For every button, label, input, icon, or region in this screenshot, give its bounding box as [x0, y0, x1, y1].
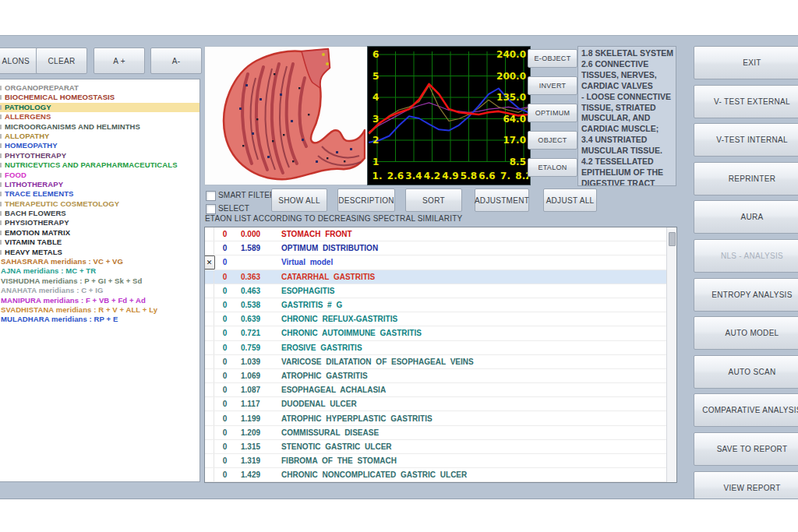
- sidebar-item[interactable]: ALLERGENS: [0, 112, 200, 122]
- row-similarity-value: 0.639: [235, 315, 272, 323]
- v-test-external-button[interactable]: V- TEST EXTERNAL: [694, 85, 798, 118]
- row-check-cell: [205, 383, 214, 396]
- description-button[interactable]: DESCRIPTION: [337, 188, 395, 212]
- sidebar-item[interactable]: ORGANOPREPARAT: [0, 83, 200, 93]
- reprinter-button[interactable]: REPRINTER: [694, 162, 798, 196]
- row-flag: 0: [214, 428, 235, 437]
- font-increase-button[interactable]: A +: [94, 48, 145, 74]
- table-row[interactable]: 00.000STOMACH FRONT: [205, 227, 667, 241]
- view-report-button[interactable]: VIEW REPORT: [694, 471, 798, 499]
- sidebar-item[interactable]: THERAPEUTIC COSMETOLOGY: [0, 199, 200, 209]
- row-similarity-value: 1.199: [235, 414, 272, 423]
- smart-filter-checkbox[interactable]: [206, 191, 216, 201]
- sidebar-item[interactable]: EMOTION MATRIX: [0, 228, 200, 238]
- row-etalon-name: ESOPHAGEAL ACHALASIA: [272, 386, 386, 394]
- sidebar-item[interactable]: TRACE ELEMENTS: [0, 189, 200, 199]
- row-flag: 0: [214, 442, 235, 451]
- sidebar-item[interactable]: BIOCHEMICAL HOMEOSTASIS: [0, 93, 200, 102]
- sidebar-item[interactable]: PHYSIOTHERAPY: [0, 218, 200, 227]
- scrollbar-thumb[interactable]: [669, 232, 676, 246]
- sidebar-item[interactable]: HEAVY METALS: [0, 248, 200, 257]
- auto-model-button[interactable]: AUTO MODEL: [694, 316, 798, 350]
- save-to-report-button[interactable]: SAVE TO REPORT: [694, 432, 798, 466]
- sidebar-item[interactable]: VISHUDHA meridians : P + GI + Sk + Sd: [0, 277, 200, 286]
- font-decrease-button[interactable]: A-: [150, 48, 202, 74]
- table-row[interactable]: 00.363CATARRHAL GASTRITIS: [205, 270, 667, 284]
- chart-axis-label: 3: [373, 114, 379, 125]
- table-row[interactable]: 01.199ATROPHIC HYPERPLASTIC GASTRITIS: [205, 411, 667, 425]
- row-similarity-value: 1.087: [235, 386, 272, 394]
- chart-axis-label: 8.5: [510, 157, 526, 167]
- table-row[interactable]: 01.429CHRONIC NONCOMPLICATED GASTRIC ULC…: [205, 468, 667, 482]
- chart-axis-label: 135.0: [496, 92, 526, 103]
- table-row[interactable]: 01.589OPTIMUM DISTRIBUTION: [205, 241, 667, 255]
- sidebar-item[interactable]: SVADHISTANA meridians : R + V + ALL + Ly: [0, 305, 200, 315]
- row-etalon-name: STOMACH FRONT: [272, 230, 352, 238]
- v-test-internal-button[interactable]: V-TEST INTERNAL: [694, 123, 798, 157]
- table-row[interactable]: 01.117DUODENAL ULCER: [205, 397, 667, 411]
- exit-button[interactable]: EXIT: [694, 46, 798, 79]
- row-check-cell: [205, 284, 214, 298]
- table-row[interactable]: 00.639CHRONIC REFLUX-GASTRITIS: [205, 312, 667, 326]
- show-all-button[interactable]: SHOW ALL: [271, 188, 327, 212]
- table-row[interactable]: 01.087ESOPHAGEAL ACHALASIA: [205, 383, 667, 397]
- sidebar-item[interactable]: MULADHARA meridians : RP + E: [0, 315, 200, 324]
- sidebar-item[interactable]: ANAHATA meridians : C + IG: [0, 286, 200, 295]
- sidebar-item[interactable]: VITAMIN TABLE: [0, 238, 200, 247]
- sidebar-item[interactable]: MICROORGANISMS AND HELMINTHS: [0, 122, 200, 132]
- chart-axis-label: 4.9: [442, 171, 458, 181]
- table-row[interactable]: 00.721CHRONIC AUTOIMMUNE GASTRITIS: [205, 326, 667, 340]
- chart-axis-label: 240.0: [496, 49, 526, 60]
- sidebar-item[interactable]: FOOD: [0, 171, 200, 180]
- row-etalon-name: COMMISSURAL DISEASE: [272, 428, 379, 437]
- row-flag: 0: [214, 244, 235, 252]
- table-row[interactable]: 01.039VARICOSE DILATATION OF ESOPHAGEAL …: [205, 355, 667, 369]
- sidebar-item[interactable]: BACH FLOWERS: [0, 209, 200, 218]
- comparative-analysis-button[interactable]: COMPARATIVE ANALYSIS: [694, 393, 798, 427]
- entropy-analysis-button[interactable]: ENTROPY ANALYSIS: [694, 278, 798, 312]
- invert-button[interactable]: INVERT: [528, 76, 577, 95]
- sidebar-item[interactable]: NUTRICEVTICS AND PARAPHARMACEUTICALS: [0, 160, 200, 170]
- table-row[interactable]: 00.759EROSIVE GASTRITIS: [205, 341, 667, 355]
- adjustment-button[interactable]: ADJUSTMENT: [475, 188, 529, 212]
- table-row[interactable]: 00.463ESOPHAGITIS: [205, 284, 667, 298]
- table-scrollbar[interactable]: [666, 227, 676, 482]
- table-row[interactable]: ✕0Virtual model: [205, 255, 667, 270]
- object-button[interactable]: OBJECT: [528, 131, 577, 150]
- virtual-model-x-button[interactable]: ✕: [204, 255, 215, 270]
- select-checkbox[interactable]: [206, 204, 216, 214]
- adjust-all-button[interactable]: ADJUST ALL: [543, 188, 597, 212]
- sidebar-item[interactable]: PATHOLOGY: [0, 103, 200, 112]
- tissue-description-panel: 1.8 SKELETAL SYSTEM 2.6 CONNECTIVE TISSU…: [577, 46, 676, 186]
- sidebar-item[interactable]: ALLOPATHY: [0, 132, 200, 141]
- table-row[interactable]: 00.538GASTRITIS # G: [205, 298, 667, 312]
- auto-scan-button[interactable]: AUTO SCAN: [694, 355, 798, 389]
- table-row[interactable]: 01.319FIBROMA OF THE STOMACH: [205, 454, 667, 468]
- sidebar-item[interactable]: AJNA meridians : MC + TR: [0, 266, 200, 276]
- row-check-cell: [205, 341, 214, 354]
- table-row[interactable]: 01.315STENOTIC GASTRIC ULCER: [205, 440, 667, 454]
- sort-button[interactable]: SORT: [405, 188, 462, 212]
- table-row[interactable]: 01.069ATROPHIC GASTRITIS: [205, 369, 667, 383]
- aura-button[interactable]: AURA: [694, 200, 798, 234]
- etalons-button[interactable]: ALONS: [0, 48, 38, 74]
- chart-axis-label: 200.0: [496, 71, 526, 82]
- sidebar-item[interactable]: PHYTOTHERAPY: [0, 151, 200, 160]
- select-label: SELECT: [218, 204, 249, 213]
- row-check-cell: [205, 411, 214, 425]
- sidebar-item[interactable]: HOMEOPATHY: [0, 141, 200, 150]
- row-check-cell: [205, 355, 214, 368]
- table-row[interactable]: 01.209COMMISSURAL DISEASE: [205, 426, 667, 440]
- row-check-cell: [205, 440, 214, 453]
- e-object-button[interactable]: E-OBJECT: [528, 49, 577, 68]
- optimum-button[interactable]: OPTIMUM: [528, 104, 577, 122]
- sidebar-item[interactable]: LITHOTHERAPY: [0, 180, 200, 189]
- etalon-button[interactable]: ETALON: [528, 158, 577, 177]
- row-check-cell: [205, 454, 214, 467]
- row-similarity-value: 0.000: [235, 230, 272, 238]
- sidebar-item[interactable]: SAHASRARA meridians : VC + VG: [0, 257, 200, 266]
- clear-button[interactable]: CLEAR: [36, 48, 87, 74]
- sidebar-item[interactable]: MANIPURA meridians : F + VB + Fd + Ad: [0, 296, 200, 305]
- row-etalon-name: CHRONIC REFLUX-GASTRITIS: [272, 315, 397, 323]
- organ-image-panel: [204, 46, 368, 185]
